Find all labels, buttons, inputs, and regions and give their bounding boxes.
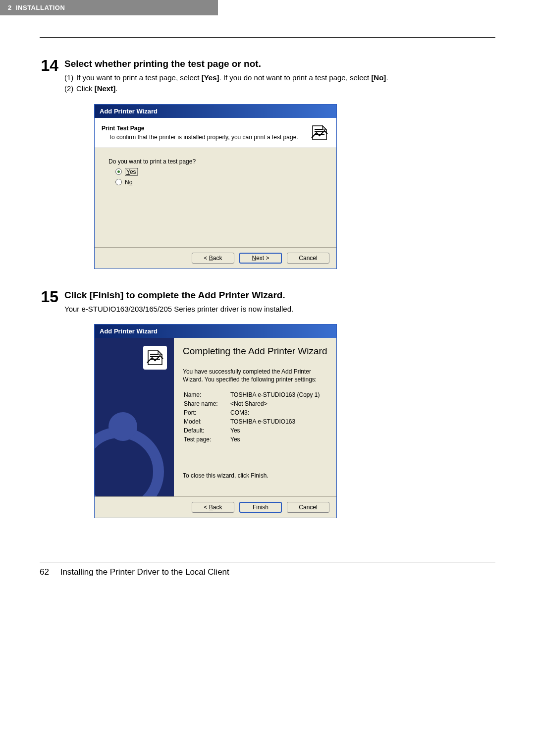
dialog-footer: < Back Next > Cancel	[95, 248, 336, 269]
step-title: Select whether printing the test page or…	[64, 58, 495, 69]
chapter-title: INSTALLATION	[16, 4, 65, 11]
cancel-button[interactable]: Cancel	[287, 502, 329, 513]
radio-icon	[115, 168, 122, 175]
step-title: Click [Finish] to complete the Add Print…	[64, 290, 495, 301]
row-name: Name:TOSHIBA e-STUDIO163 (Copy 1)	[184, 391, 320, 399]
page-footer: 62 Installing the Printer Driver to the …	[0, 562, 535, 607]
step-sub-2: (2)Click [Next].	[64, 83, 495, 94]
printer-icon	[143, 346, 167, 370]
dialog-right-panel: Completing the Add Printer Wizard You ha…	[174, 338, 336, 496]
dialog-header-title: Print Test Page	[102, 125, 310, 132]
step-sub: Your e-STUDIO163/203/165/205 Series prin…	[64, 304, 495, 315]
question-text: Do you want to print a test page?	[108, 158, 322, 165]
step-number: 15	[40, 289, 64, 529]
footer-text: Installing the Printer Driver to the Loc…	[60, 567, 229, 577]
dialog-header: Print Test Page To confirm that the prin…	[95, 118, 336, 148]
wizard-banner	[95, 338, 174, 496]
step-body: Click [Finish] to complete the Add Print…	[64, 289, 495, 529]
cancel-button[interactable]: Cancel	[287, 253, 329, 264]
row-share: Share name:<Not Shared>	[184, 400, 320, 408]
svg-marker-6	[158, 351, 162, 355]
finish-button[interactable]: Finish	[239, 502, 282, 513]
svg-rect-2	[315, 129, 322, 130]
svg-marker-1	[322, 126, 326, 130]
radio-yes-label: Yes	[125, 168, 138, 176]
row-testpage: Test page:Yes	[184, 435, 320, 443]
step-number: 14	[40, 57, 64, 279]
back-button[interactable]: < Back	[192, 502, 234, 513]
row-model: Model:TOSHIBA e-STUDIO163	[184, 418, 320, 426]
printer-icon	[310, 123, 329, 143]
back-button[interactable]: < Back	[192, 253, 234, 264]
svg-rect-7	[150, 354, 158, 355]
step-15: 15 Click [Finish] to complete the Add Pr…	[40, 289, 495, 529]
chapter-num: 2	[8, 4, 12, 11]
radio-icon	[115, 179, 122, 185]
completion-heading: Completing the Add Printer Wizard	[183, 346, 327, 357]
row-default: Default:Yes	[184, 427, 320, 434]
radio-no[interactable]: No	[115, 179, 322, 186]
page-content: 14 Select whether printing the test page…	[0, 38, 535, 548]
page-header-tab: 2 INSTALLATION	[0, 0, 218, 15]
settings-table: Name:TOSHIBA e-STUDIO163 (Copy 1) Share …	[183, 390, 321, 444]
step-body: Select whether printing the test page or…	[64, 57, 495, 279]
radio-no-label: No	[125, 179, 132, 186]
dialog-print-test-page: Add Printer Wizard Print Test Page To co…	[94, 104, 337, 269]
dialog-body: Do you want to print a test page? Yes No	[95, 148, 336, 248]
dialog-completing-wizard: Add Printer Wizard Completing the Add Pr…	[94, 324, 337, 518]
next-button[interactable]: Next >	[239, 253, 282, 264]
step-14: 14 Select whether printing the test page…	[40, 57, 495, 279]
page-number: 62	[40, 567, 49, 577]
dialog-title: Add Printer Wizard	[95, 105, 336, 118]
dialog-header-sub: To confirm that the printer is installed…	[102, 134, 310, 141]
dialog-title: Add Printer Wizard	[95, 324, 336, 338]
row-port: Port:COM3:	[184, 409, 320, 417]
close-instruction: To close this wizard, click Finish.	[183, 472, 327, 479]
dialog-footer: < Back Finish Cancel	[95, 497, 336, 518]
step-sub-1: (1)If you want to print a test page, sel…	[64, 72, 495, 83]
radio-yes[interactable]: Yes	[115, 168, 322, 176]
dialog-body: Completing the Add Printer Wizard You ha…	[95, 338, 336, 497]
completion-text: You have successfully completed the Add …	[183, 368, 327, 383]
